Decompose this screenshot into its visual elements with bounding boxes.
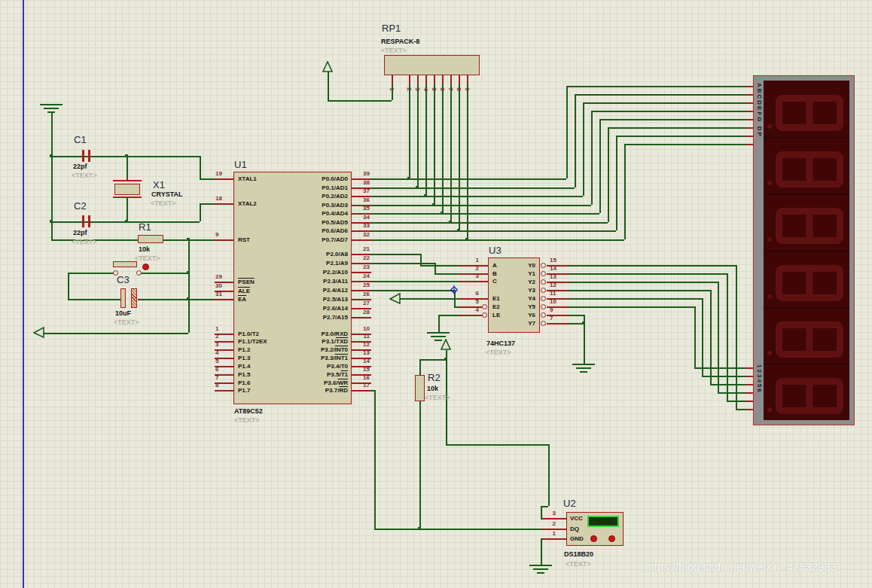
wire-display-segment[interactable]: [566, 86, 745, 87]
wire-digit-select[interactable]: [727, 401, 745, 402]
wire-p0-riser[interactable]: [566, 86, 568, 178]
wire[interactable]: [419, 359, 446, 361]
wire-display-segment[interactable]: [608, 127, 745, 129]
wire-rp1-drop[interactable]: [409, 84, 410, 178]
ground-symbol[interactable]: [572, 364, 595, 365]
power-terminal-icon[interactable]: [440, 339, 452, 351]
wire-p0-bus[interactable]: [371, 178, 566, 180]
wire[interactable]: [541, 538, 542, 565]
wire-digit-select[interactable]: [694, 367, 745, 369]
wire-digit-select[interactable]: [569, 273, 727, 275]
wire-p0-riser[interactable]: [608, 127, 609, 222]
wire-digit-select[interactable]: [569, 306, 694, 308]
reset-button-bar[interactable]: [113, 261, 137, 267]
wire[interactable]: [200, 156, 201, 178]
wire-digit-select[interactable]: [569, 282, 718, 283]
wire-rp1-drop[interactable]: [467, 84, 468, 239]
power-terminal-icon[interactable]: [322, 61, 334, 73]
wire-rp1-drop[interactable]: [450, 84, 452, 222]
wire[interactable]: [68, 273, 114, 274]
wire[interactable]: [328, 100, 392, 102]
wire-p0-riser[interactable]: [591, 111, 593, 205]
c3-capacitor[interactable]: [120, 288, 126, 308]
u2-decrease-button[interactable]: [608, 535, 615, 542]
wire[interactable]: [438, 315, 459, 316]
wire-digit-select[interactable]: [694, 306, 696, 367]
c1-capacitor[interactable]: [88, 150, 90, 162]
wire[interactable]: [200, 203, 201, 221]
wire-rp1-drop[interactable]: [425, 84, 427, 196]
wire-display-segment[interactable]: [624, 144, 745, 145]
schematic-canvas[interactable]: https://blog.csdn.net/weixin_42532983 19…: [0, 0, 872, 588]
wire[interactable]: [200, 203, 215, 205]
ground-symbol[interactable]: [529, 565, 552, 566]
reset-button-dot[interactable]: [142, 264, 149, 270]
wire[interactable]: [374, 529, 542, 530]
wire[interactable]: [419, 401, 421, 529]
wire[interactable]: [548, 444, 550, 506]
wire-display-segment[interactable]: [575, 94, 745, 96]
c2-capacitor[interactable]: [88, 215, 90, 227]
wire-display-segment[interactable]: [591, 111, 745, 112]
wire[interactable]: [374, 390, 376, 529]
wire-rp1-drop[interactable]: [442, 84, 444, 213]
c2-capacitor[interactable]: [82, 215, 84, 227]
wire-p0-bus[interactable]: [371, 187, 575, 189]
c1-capacitor[interactable]: [82, 150, 84, 162]
wire[interactable]: [569, 315, 584, 316]
wire[interactable]: [400, 298, 459, 300]
wire[interactable]: [446, 444, 548, 446]
x1-crystal[interactable]: [114, 184, 140, 195]
wire[interactable]: [127, 197, 128, 221]
wire[interactable]: [138, 299, 215, 300]
wire-p0-riser[interactable]: [624, 144, 626, 239]
wire-digit-select[interactable]: [727, 273, 728, 401]
wire-digit-select[interactable]: [702, 376, 745, 377]
wire-display-segment[interactable]: [583, 102, 745, 104]
wire-p0-bus[interactable]: [371, 230, 616, 232]
wire[interactable]: [541, 506, 542, 518]
c3-capacitor-polar-plate[interactable]: [131, 288, 137, 308]
rp1-body[interactable]: [384, 55, 480, 75]
r2-resistor[interactable]: [415, 375, 425, 401]
wire-display-segment[interactable]: [599, 119, 745, 120]
wire-display-segment[interactable]: [616, 136, 745, 137]
wire[interactable]: [141, 273, 188, 274]
wire-rp1-drop[interactable]: [434, 84, 435, 205]
wire-p0-bus[interactable]: [371, 196, 583, 197]
wire[interactable]: [371, 281, 459, 282]
wire-p0-riser[interactable]: [583, 102, 584, 196]
wire[interactable]: [569, 323, 584, 324]
wire-rp1-drop[interactable]: [459, 84, 460, 230]
wire[interactable]: [68, 273, 69, 299]
power-terminal-icon[interactable]: [389, 293, 401, 305]
ground-symbol[interactable]: [427, 332, 450, 334]
wire-p0-bus[interactable]: [371, 213, 599, 215]
wire[interactable]: [434, 273, 459, 275]
wire[interactable]: [434, 263, 436, 273]
power-terminal-icon[interactable]: [33, 327, 45, 339]
wire-p0-bus[interactable]: [371, 239, 624, 241]
wire-digit-select[interactable]: [569, 290, 710, 291]
wire-digit-select[interactable]: [718, 392, 745, 394]
wire[interactable]: [68, 299, 120, 300]
wire[interactable]: [188, 239, 190, 333]
wire[interactable]: [371, 290, 454, 291]
wire[interactable]: [454, 306, 459, 308]
wire[interactable]: [420, 265, 459, 267]
wire[interactable]: [438, 315, 440, 332]
u2-increase-button[interactable]: [590, 535, 597, 542]
wire-digit-select[interactable]: [710, 384, 745, 385]
wire-digit-select[interactable]: [736, 409, 745, 410]
wire-p0-bus[interactable]: [371, 222, 608, 224]
wire[interactable]: [43, 333, 188, 334]
wire[interactable]: [419, 359, 421, 375]
wire[interactable]: [127, 156, 128, 181]
wire-p0-riser[interactable]: [616, 136, 617, 230]
wire[interactable]: [371, 254, 420, 255]
wire-digit-select[interactable]: [569, 265, 736, 267]
wire-rp1-drop[interactable]: [417, 84, 419, 187]
wire-digit-select[interactable]: [710, 290, 712, 384]
wire-digit-select[interactable]: [569, 298, 702, 300]
ground-symbol[interactable]: [40, 104, 63, 105]
